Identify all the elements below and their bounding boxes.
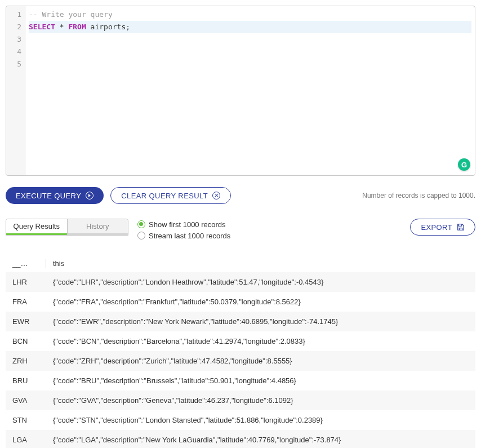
table-row[interactable]: BRU{"code":"BRU","description":"Brussels…: [6, 371, 475, 391]
cell-this: {"code":"STN","description":"London Stan…: [46, 410, 475, 430]
table-row[interactable]: BCN{"code":"BCN","description":"Barcelon…: [6, 331, 475, 351]
sql-editor[interactable]: 1 2 3 4 5 -- Write your query SELECT * F…: [6, 6, 475, 176]
cell-this: {"code":"BCN","description":"Barcelona",…: [46, 331, 475, 351]
cell-key: STN: [6, 410, 46, 430]
table-row[interactable]: LGA{"code":"LGA","description":"New York…: [6, 430, 475, 448]
table-header-row: __… this: [6, 255, 475, 272]
radio-label: Stream last 1000 records: [149, 232, 230, 240]
cell-key: LHR: [6, 272, 46, 292]
col-this-header[interactable]: this: [46, 255, 475, 272]
cell-key: FRA: [6, 292, 46, 312]
code-line: -- Write your query: [29, 8, 471, 21]
table-row[interactable]: EWR{"code":"EWR","description":"New York…: [6, 312, 475, 331]
clear-query-result-button[interactable]: CLEAR QUERY RESULT: [110, 187, 231, 204]
tab-history[interactable]: History: [67, 219, 128, 235]
cell-this: {"code":"EWR","description":"New York Ne…: [46, 312, 475, 331]
execute-query-label: EXECUTE QUERY: [16, 192, 81, 200]
col-key-header[interactable]: __…: [6, 255, 46, 272]
code-area[interactable]: -- Write your query SELECT * FROM airpor…: [25, 6, 475, 175]
code-line: SELECT * FROM airports;: [29, 21, 471, 33]
records-cap-caption: Number of records is capped to 1000.: [362, 192, 475, 199]
cell-key: BRU: [6, 371, 46, 391]
table-row[interactable]: LHR{"code":"LHR","description":"London H…: [6, 272, 475, 292]
tab-query-results[interactable]: Query Results: [6, 219, 67, 235]
cell-key: LGA: [6, 430, 46, 448]
cell-this: {"code":"GVA","description":"Geneva","la…: [46, 391, 475, 410]
cell-key: BCN: [6, 331, 46, 351]
controls-row: EXECUTE QUERY CLEAR QUERY RESULT Number …: [6, 187, 475, 204]
line-number: 2: [6, 21, 25, 33]
clear-icon: [212, 192, 220, 199]
line-number: 3: [6, 33, 25, 46]
cell-this: {"code":"ZRH","description":"Zurich","la…: [46, 351, 475, 371]
radio-stream-last[interactable]: Stream last 1000 records: [137, 230, 230, 241]
records-radio-group: Show first 1000 records Stream last 1000…: [137, 219, 230, 241]
grammarly-icon[interactable]: G: [458, 158, 470, 171]
cell-this: {"code":"LGA","description":"New York La…: [46, 430, 475, 448]
cell-key: ZRH: [6, 351, 46, 371]
line-number: 4: [6, 46, 25, 58]
editor-gutter: 1 2 3 4 5: [6, 6, 25, 175]
radio-icon: [137, 220, 145, 228]
play-icon: [86, 192, 93, 199]
line-number: 5: [6, 58, 25, 70]
cell-key: EWR: [6, 312, 46, 331]
cell-this: {"code":"BRU","description":"Brussels","…: [46, 371, 475, 391]
execute-query-button[interactable]: EXECUTE QUERY: [6, 187, 104, 204]
cell-key: GVA: [6, 391, 46, 410]
table-row[interactable]: STN{"code":"STN","description":"London S…: [6, 410, 475, 430]
clear-query-label: CLEAR QUERY RESULT: [121, 192, 208, 200]
results-table: __… this LHR{"code":"LHR","description":…: [6, 255, 475, 448]
result-tabs: Query Results History: [6, 219, 128, 236]
table-row[interactable]: GVA{"code":"GVA","description":"Geneva",…: [6, 391, 475, 410]
cell-this: {"code":"FRA","description":"Frankfurt",…: [46, 292, 475, 312]
cell-this: {"code":"LHR","description":"London Heat…: [46, 272, 475, 292]
mid-row: Query Results History Show first 1000 re…: [6, 219, 475, 241]
table-row[interactable]: ZRH{"code":"ZRH","description":"Zurich",…: [6, 351, 475, 371]
table-row[interactable]: FRA{"code":"FRA","description":"Frankfur…: [6, 292, 475, 312]
save-icon: [457, 223, 465, 231]
radio-show-first[interactable]: Show first 1000 records: [137, 219, 230, 230]
line-number: 1: [6, 8, 25, 21]
export-label: EXPORT: [421, 223, 452, 232]
radio-label: Show first 1000 records: [149, 220, 226, 229]
export-button[interactable]: EXPORT: [410, 219, 475, 236]
radio-icon: [137, 232, 145, 239]
